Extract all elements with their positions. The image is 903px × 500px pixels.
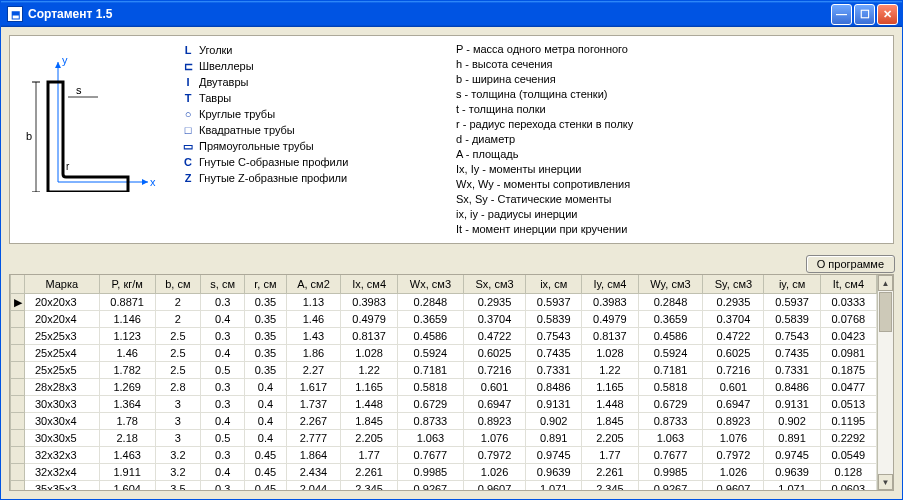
maximize-button[interactable]: ☐ [854,4,875,25]
table-cell: 1.86 [286,345,341,362]
table-cell: 0.0333 [820,294,876,311]
table-cell: 0.4 [200,464,244,481]
table-cell: 0.45 [245,481,286,491]
column-header[interactable]: r, см [245,275,286,294]
profile-type-item[interactable]: TТавры [182,90,442,106]
table-cell: 1.026 [703,464,764,481]
table-cell: 0.902 [526,413,582,430]
column-header[interactable]: Iy, см4 [582,275,638,294]
column-header[interactable]: iy, см [764,275,820,294]
profile-glyph-icon: C [182,154,194,170]
table-cell: 0.5818 [638,379,703,396]
table-cell: 0.2848 [638,294,703,311]
column-header[interactable]: Sx, см3 [463,275,525,294]
legend-list: P - масса одного метра погонногоh - высо… [456,42,885,237]
table-cell: 1.46 [286,311,341,328]
table-cell: 0.2935 [463,294,525,311]
column-header[interactable]: Wy, см3 [638,275,703,294]
table-row[interactable]: 32x32x31.4633.20.30.451.8641.770.76770.7… [11,447,877,464]
table-row[interactable]: ▶20x20x30.887120.30.351.130.39830.28480.… [11,294,877,311]
column-header[interactable]: P, кг/м [99,275,155,294]
table-cell: 0.4 [200,413,244,430]
close-button[interactable]: ✕ [877,4,898,25]
column-header[interactable]: Марка [25,275,100,294]
table-cell: 0.4 [245,379,286,396]
table-cell: 1.77 [582,447,638,464]
table-row[interactable]: 30x30x52.1830.50.42.7772.2051.0631.0760.… [11,430,877,447]
table-row[interactable]: 28x28x31.2692.80.30.41.6171.1650.58180.6… [11,379,877,396]
minimize-button[interactable]: — [831,4,852,25]
profile-type-item[interactable]: ▭Прямоугольные трубы [182,138,442,154]
table-row[interactable]: 32x32x41.9113.20.40.452.4342.2610.99851.… [11,464,877,481]
table-cell: 0.7435 [764,345,820,362]
titlebar[interactable]: ⬒ Сортамент 1.5 — ☐ ✕ [1,1,902,27]
profile-type-label: Прямоугольные трубы [199,138,314,154]
table-cell: 0.6947 [463,396,525,413]
table-cell: 0.6729 [638,396,703,413]
table-row[interactable]: 30x30x31.36430.30.41.7371.4480.67290.694… [11,396,877,413]
profile-glyph-icon: ⊏ [182,58,194,74]
table-cell: 0.5924 [397,345,463,362]
table-cell: 0.3 [200,328,244,345]
profile-type-label: Круглые трубы [199,106,275,122]
vertical-scrollbar[interactable]: ▲ ▼ [877,275,893,490]
table-cell: 0.4722 [703,328,764,345]
table-row[interactable]: 30x30x41.7830.40.42.2671.8450.87330.8923… [11,413,877,430]
column-header[interactable]: It, см4 [820,275,876,294]
table-row[interactable]: 25x25x51.7822.50.50.352.271.220.71810.72… [11,362,877,379]
table-cell: 0.5 [200,362,244,379]
data-grid[interactable]: МаркаP, кг/мb, смs, смr, смA, см2Ix, см4… [10,275,877,490]
profile-type-label: Уголки [199,42,233,58]
profile-type-item[interactable]: CГнутые С-образные профили [182,154,442,170]
column-header[interactable]: Wx, см3 [397,275,463,294]
column-header[interactable]: ix, см [526,275,582,294]
column-header[interactable]: b, см [155,275,200,294]
profile-glyph-icon: I [182,74,194,90]
scroll-track[interactable] [878,291,893,474]
scroll-down-icon[interactable]: ▼ [878,474,893,490]
profile-type-item[interactable]: IДвутавры [182,74,442,90]
table-cell: 1.123 [99,328,155,345]
table-cell: 0.5937 [526,294,582,311]
legend-line: Wx, Wy - моменты сопротивления [456,177,885,192]
table-cell: 0.7972 [703,447,764,464]
legend-line: r - радиус перехода стенки в полку [456,117,885,132]
table-cell: 20x20x3 [25,294,100,311]
table-cell: 1.076 [703,430,764,447]
table-cell: 0.5818 [397,379,463,396]
table-cell: 28x28x3 [25,379,100,396]
table-cell: 2.267 [286,413,341,430]
scroll-thumb[interactable] [879,292,892,332]
table-cell: 0.7543 [526,328,582,345]
table-cell: 2.5 [155,362,200,379]
column-header[interactable]: Ix, см4 [341,275,397,294]
table-row[interactable]: 35x35x31.6043.50.30.452.0442.3450.92670.… [11,481,877,491]
column-header[interactable]: Sy, см3 [703,275,764,294]
table-cell: 1.22 [582,362,638,379]
table-cell: 1.448 [341,396,397,413]
profile-type-item[interactable]: □Квадратные трубы [182,122,442,138]
column-header[interactable]: s, см [200,275,244,294]
table-cell: 30x30x4 [25,413,100,430]
table-cell: 0.3659 [638,311,703,328]
data-table[interactable]: МаркаP, кг/мb, смs, смr, смA, см2Ix, см4… [10,275,877,490]
row-indicator [11,430,25,447]
profile-type-item[interactable]: ⊏Швеллеры [182,58,442,74]
main-window: ⬒ Сортамент 1.5 — ☐ ✕ x y [0,0,903,500]
profile-type-item[interactable]: ○Круглые трубы [182,106,442,122]
table-row[interactable]: 25x25x31.1232.50.30.351.430.81370.45860.… [11,328,877,345]
table-row[interactable]: 25x25x41.462.50.40.351.861.0280.59240.60… [11,345,877,362]
about-button[interactable]: О программе [806,255,895,273]
table-cell: 0.2935 [703,294,764,311]
profile-type-item[interactable]: ZГнутые Z-образные профили [182,170,442,186]
table-cell: 0.3704 [463,311,525,328]
profile-type-label: Гнутые С-образные профили [199,154,348,170]
table-row[interactable]: 20x20x41.14620.40.351.460.49790.36590.37… [11,311,877,328]
scroll-up-icon[interactable]: ▲ [878,275,893,291]
table-cell: 0.9267 [397,481,463,491]
profile-type-label: Двутавры [199,74,248,90]
column-header[interactable]: A, см2 [286,275,341,294]
table-cell: 0.7216 [703,362,764,379]
table-cell: 1.46 [99,345,155,362]
profile-type-item[interactable]: LУголки [182,42,442,58]
